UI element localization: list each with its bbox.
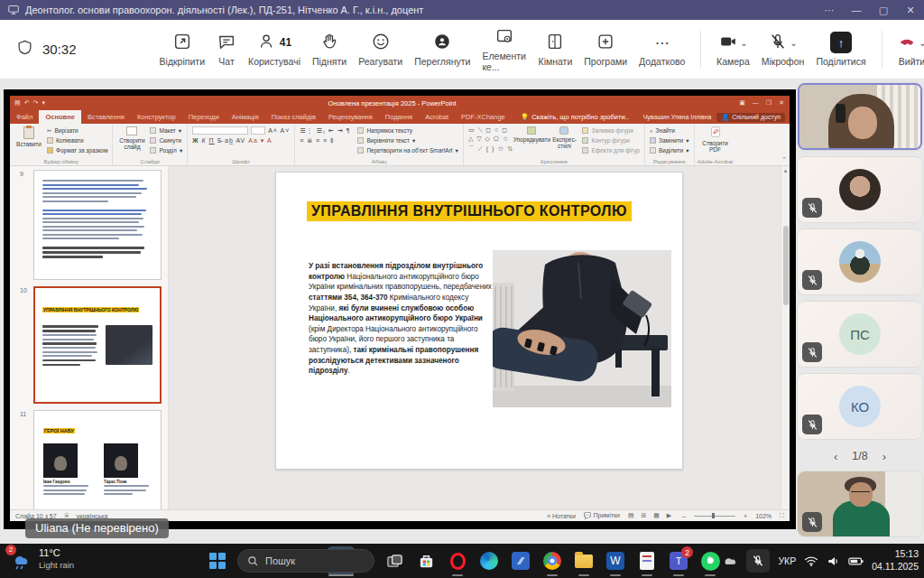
camera-chevron-icon[interactable]: ⌄	[740, 38, 747, 48]
ppt-restore-icon[interactable]: ❐	[766, 99, 772, 107]
slide-scrollbar[interactable]: ▲	[781, 166, 790, 509]
smartart-button[interactable]: Перетворити на об'єкт SmartArt ▾	[357, 146, 457, 154]
ppt-tab-slideshow[interactable]: Показ слайдів	[265, 110, 322, 124]
participant-tile-ko[interactable]: КО	[798, 374, 922, 439]
ppt-tab-animations[interactable]: Анімація	[226, 110, 265, 124]
microphone-chevron-icon[interactable]: ⌄	[790, 38, 797, 48]
onedrive-icon[interactable]	[722, 555, 738, 567]
ppt-tab-file[interactable]: Файл	[10, 110, 39, 124]
participant-tile-active-speaker[interactable]	[798, 83, 922, 150]
shape-outline-button[interactable]: Контур фігури	[582, 136, 640, 144]
store-icon[interactable]	[414, 549, 438, 573]
teams-icon[interactable]: T2	[667, 549, 690, 573]
more-window-icon[interactable]: ⋯	[816, 0, 843, 20]
rooms-button[interactable]: Кімнати	[539, 32, 573, 67]
font-name-box[interactable]	[192, 126, 248, 135]
taskbar-search[interactable]: Пошук	[237, 549, 374, 573]
comments-button[interactable]: 💬 Примітки	[584, 512, 620, 519]
microphone-button[interactable]: ⌄ Мікрофон	[762, 32, 805, 67]
chat-button[interactable]: Чат	[217, 32, 236, 67]
reset-button[interactable]: Скинути	[150, 136, 182, 144]
slide-11-thumbnail[interactable]: ГЕРОЇ НАБУ Іван Гандзюк Тарас Пона	[33, 410, 162, 509]
align-text-button[interactable]: Вирівняти текст ▾	[357, 136, 457, 144]
shapes-gallery[interactable]: ▭ ⟍ ◻ ○ ◻ △ ▽ ◇ ⬠ ☆ ⌒ ⟋ ( ) ☆ ⇅	[468, 126, 514, 157]
format-painter-button[interactable]: Формат за зразком	[47, 146, 107, 154]
find-button[interactable]: ⌕Знайти	[650, 126, 689, 135]
word-icon[interactable]: W	[604, 549, 627, 573]
current-slide[interactable]: УПРАВЛІННЯ ВНУТРІШНЬОГО КОНТРОЛЮ У разі …	[275, 172, 683, 470]
fit-slide-icon[interactable]: ⛶	[780, 512, 784, 519]
participant-tile-2[interactable]	[798, 157, 922, 222]
battery-icon[interactable]	[848, 556, 864, 566]
snipping-tool-icon[interactable]	[635, 549, 659, 573]
unpin-button[interactable]: Відкріпити	[160, 32, 205, 67]
participant-tile-6[interactable]	[798, 471, 922, 536]
ppt-minimize-icon[interactable]: —	[753, 99, 759, 107]
redo-icon[interactable]: ↷	[33, 99, 39, 107]
slide-10-thumbnail-selected[interactable]: УПРАВЛІННЯ ВНУТРІШНЬОГО КОНТРОЛЮ	[33, 286, 162, 404]
scrollbar-thumb[interactable]	[783, 226, 789, 305]
ppt-tab-review[interactable]: Рецензування	[322, 110, 379, 124]
shape-fill-button[interactable]: Заливка фігури	[582, 126, 640, 135]
task-view-icon[interactable]	[383, 549, 406, 573]
tell-me-box[interactable]: 💡Скажіть, що потрібно зробити..	[521, 110, 629, 124]
create-pdf-button[interactable]: Створити PDF	[699, 126, 732, 157]
more-actions-button[interactable]: ⋯ Додатково	[639, 32, 685, 67]
paste-button[interactable]: Вставити	[14, 126, 43, 157]
ppt-tab-insert[interactable]: Вставлення	[81, 110, 131, 124]
control-elements-button[interactable]: Елементи ке...	[482, 26, 526, 72]
edge-icon[interactable]	[477, 549, 501, 573]
tray-mic-muted-icon[interactable]	[746, 549, 770, 573]
tray-clock[interactable]: 15:13 04.11.2025	[872, 548, 919, 573]
volume-icon[interactable]	[827, 555, 840, 567]
wifi-icon[interactable]	[804, 555, 818, 567]
undo-icon[interactable]: ↶	[24, 99, 30, 107]
weather-widget[interactable]: 2 11°C Light rain	[9, 547, 74, 571]
participant-tile-3[interactable]	[798, 229, 922, 294]
view-switcher[interactable]: ▤ ⊞ ▦ ▶	[628, 512, 674, 519]
apps-button[interactable]: Програми	[584, 32, 627, 67]
tray-chevron-icon[interactable]: ⌃	[705, 555, 714, 567]
leave-button[interactable]: ⌄ Вийти	[897, 32, 924, 67]
pager-prev-icon[interactable]: ‹	[834, 450, 837, 463]
quick-styles-button[interactable]: Експрес-стилі	[550, 126, 578, 157]
language-switcher[interactable]: УКР	[778, 555, 796, 566]
font-size-box[interactable]	[251, 126, 265, 135]
zoom-level[interactable]: 102%	[755, 513, 772, 519]
section-button[interactable]: Розділ ▾	[150, 146, 182, 154]
ppt-tab-design[interactable]: Конструктор	[131, 110, 182, 124]
text-direction-button[interactable]: Напрямок тексту	[357, 126, 457, 135]
ribbon-display-icon[interactable]: ▣	[739, 99, 745, 107]
participants-button[interactable]: 41 Користувачі	[248, 32, 300, 67]
zoom-in-icon[interactable]: +	[744, 513, 747, 519]
zoom-out-icon[interactable]: –	[682, 513, 686, 519]
diia-app-icon[interactable]: ⁄⁄	[509, 549, 532, 573]
close-icon[interactable]: ✕	[897, 0, 924, 20]
save-icon[interactable]: ▤	[14, 99, 21, 107]
start-button[interactable]	[206, 549, 229, 573]
chrome-icon[interactable]	[541, 549, 564, 573]
share-button[interactable]: ↑ Поділитися	[816, 32, 865, 67]
ppt-tab-transitions[interactable]: Переходи	[182, 110, 226, 124]
cut-button[interactable]: ✂Вирізати	[47, 126, 107, 135]
minimize-icon[interactable]: —	[843, 0, 870, 20]
camera-button[interactable]: ⌄ Камера	[716, 32, 750, 67]
opera-icon[interactable]	[446, 549, 469, 573]
collapse-ribbon-icon[interactable]: ⌃	[781, 156, 787, 163]
zoom-slider[interactable]	[694, 516, 735, 517]
ppt-tab-pdfxchange[interactable]: PDF-XChange	[455, 110, 512, 124]
slide-9-thumbnail[interactable]	[33, 170, 162, 280]
select-button[interactable]: Виділити ▾	[650, 146, 689, 154]
ppt-tab-home[interactable]: Основне	[39, 110, 80, 124]
arrange-button[interactable]: Упорядкувати	[517, 126, 546, 157]
pager-next-icon[interactable]: ›	[882, 450, 886, 463]
view-button[interactable]: Переглянути	[414, 32, 470, 67]
layout-button[interactable]: Макет ▾	[150, 126, 182, 135]
ppt-share-button[interactable]: 👤Спільний доступ	[716, 113, 785, 122]
maximize-icon[interactable]: ▢	[870, 0, 897, 20]
notes-button[interactable]: ≡ Нотатки	[547, 513, 576, 519]
raise-hand-button[interactable]: Підняти	[312, 32, 346, 67]
shape-effects-button[interactable]: Ефекти для фігур	[582, 146, 640, 154]
leave-chevron-icon[interactable]: ⌄	[919, 38, 924, 48]
participant-tile-ps[interactable]: ПС	[798, 302, 922, 367]
